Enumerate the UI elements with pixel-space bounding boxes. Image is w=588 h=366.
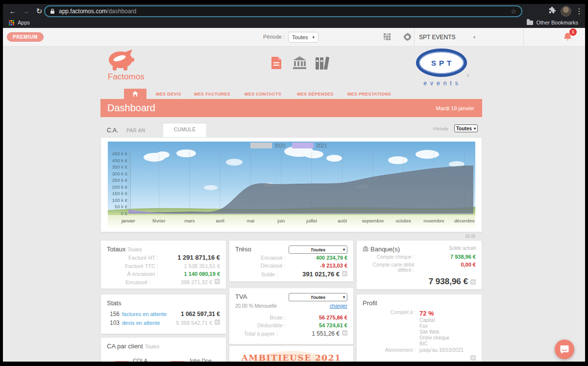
chevron-down-icon: ▾ [312, 35, 315, 40]
page-date: Mardi 19 janvier [436, 105, 474, 111]
facture-ht-value: 1 291 871,16 € [162, 254, 220, 261]
bank-icon[interactable] [293, 56, 306, 71]
app-viewport: PREMIUM Période : Toutes▾ SPT EVENTS ▾ 1 [3, 28, 585, 362]
svg-text:octobre: octobre [395, 218, 411, 223]
card-banques: Banque(s) Solde actuel Compte chèque :7 … [356, 240, 482, 290]
tab-home[interactable] [124, 89, 147, 99]
registered-mark: ® [467, 74, 469, 77]
card-title: TVA [235, 293, 247, 300]
legend-swatch-2020 [250, 143, 272, 148]
company-chevron-icon[interactable]: ▾ [473, 35, 476, 40]
page-title: Dashboard [107, 102, 155, 114]
forward-icon[interactable]: → [20, 5, 31, 17]
compte-carte-value: 0,00 € [418, 262, 476, 268]
factures-en-attente-link[interactable]: factures en attente [122, 311, 167, 317]
svg-text:400 k €: 400 k € [112, 158, 128, 163]
svg-text:200 k €: 200 k € [112, 184, 128, 190]
company-name[interactable]: SPT EVENTS [419, 34, 455, 41]
divider [414, 28, 415, 47]
card-stats: Stats 156 factures en attente 1 062 597,… [100, 294, 226, 334]
brand-name[interactable]: Factomos [108, 72, 145, 82]
facture-ttc-value: 1 538 351,51 € [162, 263, 220, 269]
periode-select[interactable]: Toutes▾ [288, 32, 318, 43]
notification-badge[interactable]: 1 [569, 28, 577, 36]
revenue-chart-card: janvierfévriermarsavrilmaijuinjuilletaoû… [100, 137, 482, 232]
mini-stats-icon[interactable] [215, 319, 220, 325]
chat-launcher-button[interactable] [555, 340, 574, 359]
chevron-down-icon: ▾ [343, 247, 345, 252]
tva-brute-value: 56 275,86 € [290, 315, 347, 320]
address-bar[interactable]: app.factomos.com/dashboard ☆ [44, 5, 522, 17]
tva-change-link[interactable]: changer [330, 303, 347, 309]
legend-item-2021[interactable]: 2021 [292, 143, 327, 148]
svg-text:avril: avril [216, 218, 224, 223]
profile-avatar[interactable] [561, 6, 571, 17]
tab-mes-factures[interactable]: MES FACTURES [194, 92, 230, 97]
svg-text:novembre: novembre [424, 218, 444, 223]
mini-stats-icon[interactable] [342, 330, 347, 336]
reload-icon[interactable]: ↻ [33, 5, 45, 17]
svg-text:350 k €: 350 k € [112, 164, 128, 170]
apps-shortcut[interactable]: Apps [18, 20, 30, 25]
abonnement-value: jusqu'au 10/10/2021 [419, 347, 476, 353]
mini-stats-icon[interactable] [215, 279, 220, 284]
tab-mes-devis[interactable]: MES DEVIS [156, 92, 181, 97]
devis-en-attente-link[interactable]: devis en attente [122, 320, 160, 326]
layout-drag-handle[interactable] [466, 234, 475, 238]
solde-actuel-label: Solde actuel [449, 245, 476, 251]
back-icon[interactable]: ← [7, 5, 19, 17]
documents-icon[interactable] [271, 56, 282, 72]
treso-scope-select[interactable]: Toutes▾ [289, 245, 347, 254]
factomos-pig-logo[interactable] [107, 48, 135, 73]
bookmark-star-icon[interactable]: ☆ [511, 8, 516, 15]
cumulative-revenue-chart[interactable]: janvierfévriermarsavrilmaijuinjuilletaoû… [108, 142, 475, 228]
a-encaisser-value: 1 140 080,19 € [162, 271, 220, 277]
legend-item-2020[interactable]: 2020 [250, 143, 285, 148]
card-ca-par-client: CA par clientToutes COLA COLA John Doe S… [100, 337, 226, 362]
bank-icon [363, 246, 368, 251]
factures-attente-value: 1 062 597,31 € [181, 311, 220, 317]
card-title: Banque(s) [363, 245, 400, 253]
card-objectif: AMBITIEUSE 2021 [229, 345, 354, 362]
svg-text:janvier: janvier [121, 218, 135, 223]
premium-badge: PREMIUM [7, 32, 44, 42]
client-logo: SPT ® events [413, 49, 470, 87]
profil-missing-list: Capital Fax Site Web Ordre chèque BIC [419, 317, 476, 347]
svg-text:0 €: 0 € [121, 211, 128, 216]
tva-deductible-value: 54 724,61 € [290, 322, 347, 328]
tab-mes-depenses[interactable]: MES DÉPENSES [297, 92, 334, 97]
archives-icon[interactable] [315, 56, 330, 72]
chat-bubble-icon [560, 344, 569, 354]
settings-gear-icon[interactable] [403, 32, 412, 44]
tab-mes-contacts[interactable]: MES CONTACTS [245, 92, 281, 97]
goal-title: AMBITIEUSE 2021 [229, 353, 353, 362]
tab-par-an[interactable]: PAR AN [126, 128, 145, 133]
tab-mes-prestations[interactable]: MES PRESTATIONS [347, 92, 391, 97]
legend-swatch [171, 361, 185, 362]
svg-text:150 k €: 150 k € [112, 191, 128, 196]
modules-grid-icon[interactable] [384, 33, 392, 41]
svg-text:50 k €: 50 k € [115, 204, 128, 209]
chevron-down-icon: ▾ [343, 295, 345, 299]
folder-icon [527, 21, 533, 25]
factures-count: 156 [107, 311, 120, 317]
mini-stats-icon[interactable] [342, 271, 347, 276]
tab-cumule[interactable]: CUMULÉ [163, 123, 206, 137]
card-treso: Tréso Toutes▾ Encaissé :400 234,79 € Déc… [229, 240, 354, 282]
bookmarks-bar: Apps Other Bookmarks [3, 19, 585, 28]
mini-stats-icon[interactable] [470, 355, 476, 361]
other-bookmarks[interactable]: Other Bookmarks [527, 20, 578, 25]
chart-periode-select[interactable]: Toutes▾ [454, 124, 478, 132]
browser-menu-icon[interactable]: ⋮ [573, 5, 585, 17]
extensions-puzzle-icon[interactable] [546, 5, 558, 17]
mini-stats-icon[interactable] [470, 279, 476, 285]
chart-legend: 2020 2021 [250, 143, 327, 148]
client-legend-johndoe[interactable]: John Doe SARL [171, 358, 220, 362]
svg-text:juillet: juillet [306, 218, 317, 223]
browser-toolbar: ← → ↻ app.factomos.com/dashboard ☆ ⋮ [3, 4, 585, 19]
svg-text:300 k €: 300 k € [112, 171, 128, 176]
tva-scope-select[interactable]: Toutes▾ [289, 293, 347, 301]
chart-label-ca: C.A. [107, 127, 118, 134]
client-legend-cola[interactable]: COLA COLA [115, 358, 158, 362]
apps-grid-icon[interactable] [9, 20, 15, 26]
